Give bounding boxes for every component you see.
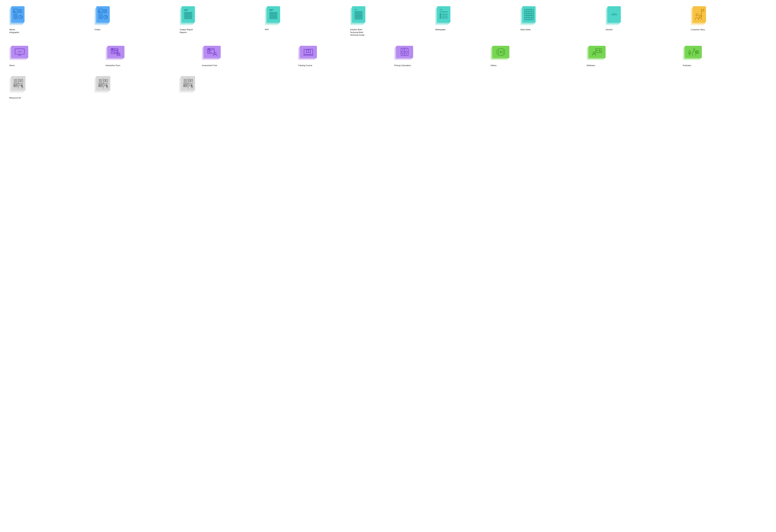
label: Charts (94, 28, 170, 31)
svg-rect-139 (21, 84, 22, 86)
assessment-tool-icon (202, 46, 220, 60)
svg-point-175 (191, 86, 193, 88)
label: Webinars (587, 64, 670, 67)
svg-point-77 (696, 14, 698, 16)
cell-webinars: Webinars (587, 46, 670, 67)
label: Customer Story (691, 28, 767, 31)
icon-row-documents: eBook Infographic Charts (9, 6, 767, 36)
charts-icon (94, 6, 110, 25)
svg-point-87 (113, 49, 114, 49)
svg-marker-116 (597, 50, 598, 51)
svg-point-118 (593, 52, 595, 54)
svg-point-61 (440, 17, 441, 18)
resource-kit-icon (179, 76, 194, 92)
svg-rect-119 (689, 50, 690, 53)
videos-icon (491, 46, 509, 60)
generic-icon: citrix (606, 6, 620, 25)
svg-point-96 (210, 49, 210, 49)
svg-text:citrix: citrix (440, 9, 443, 10)
svg-rect-174 (192, 85, 192, 86)
solution-brief-icon: citrix (350, 6, 365, 25)
svg-point-122 (694, 48, 695, 50)
cell-whitepaper: citrix Whitepaper (435, 6, 511, 31)
label: Podcasts (683, 64, 767, 67)
svg-rect-76 (702, 9, 704, 11)
svg-point-57 (440, 14, 441, 15)
cell-data-sheet: Data Sheet (520, 6, 596, 31)
podcasts-icon (683, 46, 702, 60)
svg-point-117 (599, 49, 600, 50)
label: Solution Brief Technical Brief Technical… (350, 28, 426, 36)
svg-point-168 (184, 85, 185, 86)
cell-training-course: Training Course (298, 46, 382, 67)
ebook-infographic-icon (9, 6, 24, 25)
svg-point-158 (106, 86, 108, 88)
label: Assessment Tool (202, 64, 285, 67)
cell-assessment-tool: Assessment Tool (202, 46, 285, 67)
label: Analyst Report Reports (180, 28, 256, 34)
svg-point-151 (99, 85, 100, 86)
resource-kit-icon (94, 76, 110, 92)
svg-rect-113 (499, 48, 503, 55)
demo-icon: citrix (9, 46, 28, 60)
cell-analyst-report: Analyst Report Reports (180, 6, 256, 34)
svg-point-123 (697, 51, 698, 53)
svg-rect-173 (191, 84, 192, 86)
icon-row-kits: Resource Kit (9, 76, 767, 99)
svg-point-135 (16, 85, 17, 86)
cell-ebook-infographic: eBook Infographic (9, 6, 85, 34)
svg-point-94 (208, 49, 208, 49)
svg-rect-131 (19, 79, 23, 82)
cell-resource-kit-1: Resource Kit (9, 76, 88, 99)
label: Data Sheet (520, 28, 596, 31)
data-sheet-icon (520, 6, 535, 25)
whitepaper-icon: citrix (435, 6, 450, 25)
svg-point-169 (186, 85, 186, 86)
label: Resource Kit (9, 97, 88, 99)
cell-podcasts: Podcasts (683, 46, 767, 67)
cell-resource-kit-3 (179, 76, 258, 97)
svg-text:citrix: citrix (355, 9, 357, 10)
svg-point-95 (209, 49, 209, 49)
svg-point-141 (22, 86, 23, 88)
cell-demo: citrix Demo (9, 46, 93, 67)
label: Generic (606, 28, 682, 31)
cell-generic: citrix Generic (606, 6, 682, 31)
svg-text:citrix: citrix (18, 50, 22, 53)
svg-rect-157 (107, 85, 108, 86)
cell-charts: Charts (94, 6, 170, 31)
label: RFP (265, 28, 341, 31)
cell-interactive-tours: Interactive Tours (106, 46, 189, 67)
svg-rect-156 (106, 84, 107, 86)
cell-customer-story: Customer Story (691, 6, 767, 31)
svg-point-152 (101, 85, 102, 86)
svg-rect-140 (22, 85, 22, 86)
pricing-calculators-icon (394, 46, 413, 60)
svg-rect-88 (114, 50, 117, 53)
icon-row-interactive: citrix Demo Interactive Tours (9, 46, 767, 67)
cell-resource-kit-2 (94, 76, 173, 97)
interactive-tours-icon (106, 46, 124, 60)
svg-text:citrix: citrix (611, 13, 617, 16)
cell-solution-brief: citrix Solution Brief Technical Brief Te… (350, 6, 426, 36)
svg-marker-132 (20, 80, 21, 81)
svg-marker-149 (106, 80, 106, 81)
label: Videos (491, 64, 574, 67)
svg-point-124 (696, 50, 699, 53)
analyst-report-icon (180, 6, 195, 25)
svg-point-59 (440, 15, 441, 17)
label: Whitepaper (435, 28, 511, 31)
svg-rect-148 (104, 79, 108, 82)
svg-marker-166 (190, 80, 191, 81)
svg-marker-114 (500, 51, 502, 53)
label: Pricing Calculators (394, 64, 478, 67)
customer-story-icon (691, 6, 706, 25)
cell-rfp: RFP (265, 6, 341, 31)
webinars-icon (587, 46, 605, 60)
label: Training Course (298, 64, 382, 67)
cell-videos: Videos (491, 46, 574, 67)
rfp-icon (265, 6, 280, 25)
svg-point-134 (14, 85, 15, 86)
svg-point-78 (699, 15, 701, 17)
label: Interactive Tours (106, 64, 189, 67)
